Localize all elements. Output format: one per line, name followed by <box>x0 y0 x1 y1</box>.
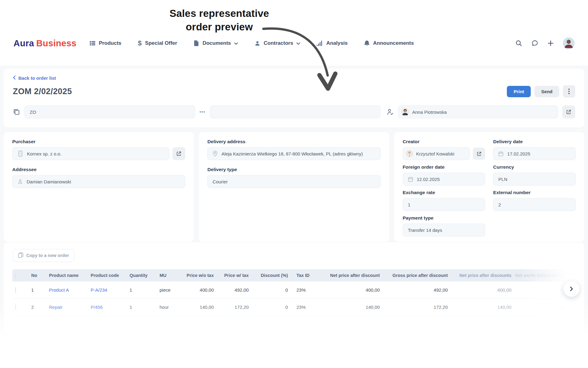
delivery-type-value: Courier <box>213 179 228 184</box>
col-product-name: Product name <box>45 273 87 278</box>
exchange-rate-label: Exchange rate <box>403 190 485 195</box>
cell-product-code-link[interactable]: P/456 <box>87 305 126 310</box>
delivery-type-label: Delivery type <box>207 167 380 172</box>
exchange-rate-value: 1 <box>408 202 410 207</box>
send-button[interactable]: Send <box>534 86 559 97</box>
order-number-input[interactable] <box>210 105 380 118</box>
delivery-address-field[interactable]: Aleja Kazimierza Wielkiego 18, 87-800 Wł… <box>207 147 380 160</box>
currency-field[interactable]: PLN <box>493 173 576 186</box>
purchaser-card: Purchaser Kornex sp. z o.o. Addressee Da… <box>4 132 194 242</box>
order-details-card: Creator Krzysztof Kowalski <box>394 132 584 242</box>
kebab-menu-icon <box>568 89 570 90</box>
cell-no: 1 <box>29 287 45 293</box>
order-series-input[interactable]: ZO <box>24 105 195 118</box>
cell-mu: hour <box>156 305 179 310</box>
brand-logo[interactable]: AuraBusiness <box>13 38 77 48</box>
open-purchaser-button[interactable] <box>172 147 185 160</box>
more-menu-button[interactable] <box>563 85 575 98</box>
scroll-columns-right-button[interactable] <box>564 281 579 297</box>
nav-item-special-offer[interactable]: $ Special Offer <box>138 40 177 47</box>
sales-rep-field[interactable]: Anna Piotrowska <box>398 105 558 118</box>
foreign-order-date-label: Foreign order date <box>403 164 485 170</box>
nav-label-analysis: Analysis <box>326 40 348 46</box>
col-price-w-tax: Price w/ tax <box>216 273 251 278</box>
sales-rep-avatar <box>401 108 409 116</box>
person-check-icon <box>386 108 394 116</box>
copy-icon <box>18 252 23 259</box>
user-avatar[interactable] <box>563 37 575 49</box>
delivery-card: Delivery address Aleja Kazimierza Wielki… <box>199 132 389 242</box>
chevron-right-icon <box>569 286 574 291</box>
purchaser-label: Purchaser <box>12 139 185 144</box>
payment-type-value: Transfer 14 days <box>408 228 442 233</box>
foreign-order-date-field[interactable]: 12.02.2025 <box>403 173 485 186</box>
select-all-checkbox[interactable] <box>15 273 16 278</box>
cell-net-after-discount: 400,00 <box>320 287 382 293</box>
back-to-order-list-link[interactable]: Back to order list <box>13 75 56 81</box>
cell-net-after-discounts: 140,00 <box>450 305 513 310</box>
cell-gross-after-discount: 172,20 <box>382 305 450 310</box>
top-navbar: AuraBusiness Products $ Special Offer Do… <box>0 33 588 54</box>
exchange-rate-field[interactable]: 1 <box>403 198 485 211</box>
col-product-code: Product code <box>87 273 126 278</box>
currency-label: Currency <box>493 164 576 170</box>
addressee-value: Damian Damianowski <box>27 179 71 184</box>
cell-net-worth-before: 140,00 <box>513 305 576 310</box>
nav-label-announcements: Announcements <box>373 40 414 46</box>
payment-type-field[interactable]: Transfer 14 days <box>403 224 485 236</box>
cell-net-after-discount: 140,00 <box>320 305 382 310</box>
cell-discount: 0 <box>251 305 290 310</box>
cell-net-after-discounts: 400,00 <box>450 287 513 293</box>
annotation-text: Sales representative order preview <box>134 7 305 33</box>
nav-item-analysis[interactable]: Analysis <box>317 40 348 46</box>
currency-value: PLN <box>498 177 507 182</box>
cell-mu: piece <box>156 287 179 293</box>
delivery-address-value: Aleja Kazimierza Wielkiego 18, 87-800 Wł… <box>221 151 363 156</box>
nav-item-products[interactable]: Products <box>89 40 122 46</box>
open-sales-rep-button[interactable] <box>562 105 575 118</box>
copy-to-new-order-button[interactable]: Copy to a new order <box>13 249 74 262</box>
calendar-icon <box>498 151 503 156</box>
external-number-value: 2 <box>498 202 501 207</box>
cell-product-name-link[interactable]: Product A <box>45 287 87 293</box>
nav-item-announcements[interactable]: Announcements <box>364 40 414 46</box>
external-number-field[interactable]: 2 <box>493 198 576 211</box>
chat-icon[interactable] <box>531 40 538 47</box>
back-link-label: Back to order list <box>18 75 56 81</box>
col-discount: Discount (%) <box>251 273 290 278</box>
header-actions: Print Send <box>507 85 575 98</box>
addressee-field[interactable]: Damian Damianowski <box>12 175 185 188</box>
col-price-wo-tax: Price w/o tax <box>179 273 216 278</box>
cell-price-wo-tax: 400,00 <box>179 287 216 293</box>
print-button[interactable]: Print <box>507 86 531 97</box>
nav-item-documents[interactable]: Documents <box>194 40 238 46</box>
cell-quantity: 1 <box>126 305 156 310</box>
cell-product-name-link[interactable]: Repair <box>45 305 87 310</box>
addressee-label: Addressee <box>12 167 185 172</box>
add-icon[interactable] <box>548 40 554 46</box>
foreign-order-date-value: 12.02.2025 <box>417 177 440 182</box>
cell-price-wo-tax: 140,00 <box>179 305 216 310</box>
row-checkbox[interactable] <box>15 287 16 293</box>
delivery-type-field[interactable]: Courier <box>207 175 380 188</box>
items-table: No Product name Product code Quantity MU… <box>12 269 576 316</box>
cell-product-code-link[interactable]: P-A/234 <box>87 287 126 293</box>
creator-field[interactable]: Krzysztof Kowalski <box>403 147 470 160</box>
location-pin-icon <box>213 151 218 157</box>
nav-item-contractors[interactable]: Contractors <box>254 40 300 46</box>
cell-tax-id: 23% <box>290 305 320 310</box>
row-checkbox[interactable] <box>15 304 16 310</box>
purchaser-field[interactable]: Kornex sp. z o.o. <box>12 147 169 160</box>
bar-chart-icon <box>317 40 323 46</box>
chevron-left-icon <box>13 75 16 81</box>
delivery-date-field[interactable]: 17.02.2025 <box>493 147 576 160</box>
person-icon <box>254 40 260 46</box>
table-row: 2 Repair P/456 1 hour 140,00 172,20 0 23… <box>12 299 576 316</box>
cell-quantity: 1 <box>126 287 156 293</box>
search-icon[interactable] <box>515 40 522 47</box>
open-creator-button[interactable] <box>473 148 485 160</box>
chevron-down-icon <box>234 40 238 46</box>
table-header-row: No Product name Product code Quantity MU… <box>12 269 576 282</box>
creator-avatar <box>406 150 413 157</box>
cell-discount: 0 <box>251 287 290 293</box>
